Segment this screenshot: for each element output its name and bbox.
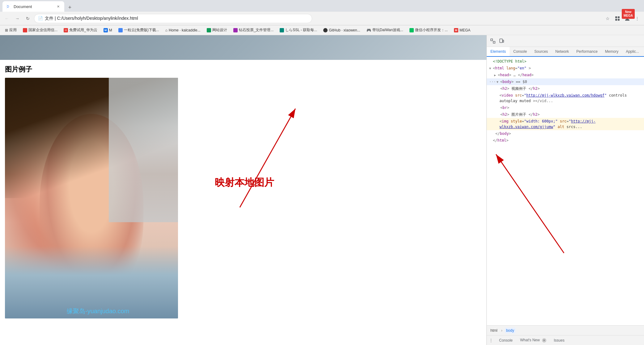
devtools-arrow-svg	[487, 145, 579, 262]
bookmark-12[interactable]: M MEGA	[451, 27, 473, 34]
bookmark-1[interactable]: 国家企业信用信...	[20, 27, 60, 34]
breadcrumb-separator: ›	[501, 328, 502, 333]
image-container: 映射本地图片	[5, 78, 481, 318]
bookmark-favicon-3: M	[104, 28, 108, 32]
html-close-tag: </html>	[493, 138, 509, 143]
tree-line-body-close[interactable]: </body>	[487, 130, 644, 137]
back-button[interactable]: ←	[2, 14, 11, 23]
devtools-tabs: Elements Console Sources Network Perform…	[487, 47, 644, 57]
img-tag: <img style="width: 600px;" src="http://m…	[500, 118, 642, 130]
devtools-panel: Elements Console Sources Network Perform…	[486, 35, 644, 345]
file-icon: 📄	[38, 16, 43, 21]
webpage-content: 图片例子	[0, 35, 486, 345]
bookmark-8[interactable]: しらSSL - 获取每...	[277, 27, 320, 34]
whatsnew-close-button[interactable]: ✕	[542, 338, 546, 343]
new-mega-badge: New MEGA	[622, 9, 635, 19]
breadcrumb-body[interactable]: body	[505, 328, 515, 333]
bookmark-star-button[interactable]: ☆	[603, 14, 612, 23]
html-tree-container: <!DOCTYPE html> <html lang="en" >	[487, 57, 644, 145]
tree-line-video[interactable]: <video src="http://mjj-wlkxzb.vaiwan.com…	[487, 92, 644, 104]
extensions-button[interactable]	[613, 14, 622, 23]
bookmark-7[interactable]: 钻石投票_文件管理...	[231, 27, 276, 34]
tree-line-html-close[interactable]: </html>	[487, 137, 644, 144]
bookmark-favicon-9	[323, 28, 328, 32]
tree-line-doctype[interactable]: <!DOCTYPE html>	[487, 58, 644, 65]
bookmark-favicon-5: ⌂	[165, 28, 167, 32]
tree-line-head[interactable]: <head> … </head>	[487, 72, 644, 78]
br-tag: <br>	[500, 105, 509, 110]
device-toolbar-button[interactable]	[498, 37, 505, 45]
bookmark-10[interactable]: 🎮 带玩DaiWan游戏...	[364, 27, 406, 34]
devtools-toolbar	[487, 35, 644, 47]
devtools-tab-sources[interactable]: Sources	[531, 47, 552, 57]
bookmark-5[interactable]: ⌂ Home · kalcaddle...	[163, 27, 203, 34]
bookmark-4[interactable]: 一粒云(免费版)下载...	[116, 27, 162, 34]
bookmark-favicon-11	[409, 28, 414, 32]
bookmark-favicon-7	[233, 28, 238, 32]
bg-wall	[109, 78, 178, 222]
svg-line-8	[240, 109, 295, 207]
footer-tab-console[interactable]: Console	[497, 337, 515, 344]
svg-rect-9	[491, 39, 493, 41]
bookmarks-bar: ⊞ 应用 国家企业信用信... H 免费试用_华为云 M M 一粒云(免费版)下…	[0, 25, 644, 35]
tree-line-img[interactable]: <img style="width: 600px;" src="http://m…	[487, 118, 644, 130]
devtools-tab-elements[interactable]: Elements	[487, 47, 510, 57]
body-ellipsis: ···	[489, 79, 496, 85]
bookmark-2[interactable]: H 免费试用_华为云	[61, 27, 100, 34]
svg-rect-4	[615, 19, 617, 21]
expand-arrow-body[interactable]	[497, 80, 500, 84]
svg-rect-2	[615, 16, 617, 18]
main-content-area: 图片例子	[0, 35, 644, 345]
devtools-empty-area	[487, 145, 644, 268]
devtools-tab-application[interactable]: Applic...	[622, 47, 643, 57]
address-text: 文件 | C:/Users/holyh/Desktop/anylink/inde…	[45, 16, 138, 21]
tab-title: Document	[14, 4, 53, 9]
footer-tab-issues[interactable]: Issues	[551, 337, 567, 344]
redirect-arrow-svg	[178, 78, 311, 288]
expand-arrow-head[interactable]	[494, 73, 498, 77]
browser-tab-active[interactable]: D Document ✕	[2, 1, 64, 12]
bookmark-11[interactable]: 微信小程序开发：...	[407, 27, 450, 34]
breadcrumb-html[interactable]: html	[489, 328, 499, 333]
tree-line-h2-img[interactable]: <h2> 图片例子 </h2>	[487, 111, 644, 118]
new-tab-button[interactable]: +	[66, 3, 74, 12]
forward-button[interactable]: →	[13, 14, 22, 23]
bookmark-favicon-10: 🎮	[366, 28, 371, 32]
svg-rect-3	[618, 16, 620, 18]
new-mega-line1: New	[624, 10, 633, 14]
svg-rect-11	[500, 39, 502, 43]
video-strip	[0, 35, 486, 60]
expand-arrow-html[interactable]	[489, 66, 493, 71]
watermark-text: 缘聚岛-yuanjudao.com	[67, 308, 129, 314]
inspect-element-button[interactable]	[489, 37, 497, 45]
bookmark-favicon-1	[23, 28, 27, 32]
video-tag: <video src="http://mjj-wlkxzb.vaiwan.com…	[499, 93, 642, 104]
tree-line-h2-video[interactable]: <h2> 视频例子 </h2>	[487, 85, 644, 92]
footer-tab-whatsnew[interactable]: What's New ✕	[518, 337, 549, 344]
devtools-tab-performance[interactable]: Performance	[573, 47, 601, 57]
bookmark-favicon-6	[207, 28, 211, 32]
bookmark-6[interactable]: 网站设计	[204, 27, 230, 34]
body-tag: <body> == $0	[500, 79, 527, 85]
reload-button[interactable]: ↻	[23, 14, 32, 23]
body-close-tag: </body>	[495, 131, 511, 136]
footer-colon: ⋮	[489, 338, 493, 343]
devtools-tab-network[interactable]: Network	[552, 47, 573, 57]
tree-line-html[interactable]: <html lang="en" >	[487, 65, 644, 72]
bookmark-3[interactable]: M M	[101, 27, 115, 34]
tab-close-button[interactable]: ✕	[56, 4, 61, 9]
devtools-tab-memory[interactable]: Memory	[601, 47, 622, 57]
page-heading: 图片例子	[5, 65, 481, 74]
main-image	[5, 78, 178, 318]
doctype-text: <!DOCTYPE html>	[493, 59, 526, 64]
redirect-overlay: 映射本地图片	[178, 78, 311, 288]
tree-line-body[interactable]: ··· <body> == $0	[487, 78, 644, 85]
address-bar[interactable]: 📄 文件 | C:/Users/holyh/Desktop/anylink/in…	[34, 14, 312, 23]
bookmark-9[interactable]: GitHub · xiaowen...	[321, 27, 362, 34]
bookmark-apps[interactable]: ⊞ 应用	[2, 27, 19, 34]
tree-line-br[interactable]: <br>	[487, 104, 644, 111]
devtools-tab-console[interactable]: Console	[510, 47, 531, 57]
devtools-breadcrumb-bar: html › body	[487, 325, 644, 335]
redirect-label: 映射本地图片	[215, 177, 274, 188]
svg-text:D: D	[7, 5, 9, 8]
